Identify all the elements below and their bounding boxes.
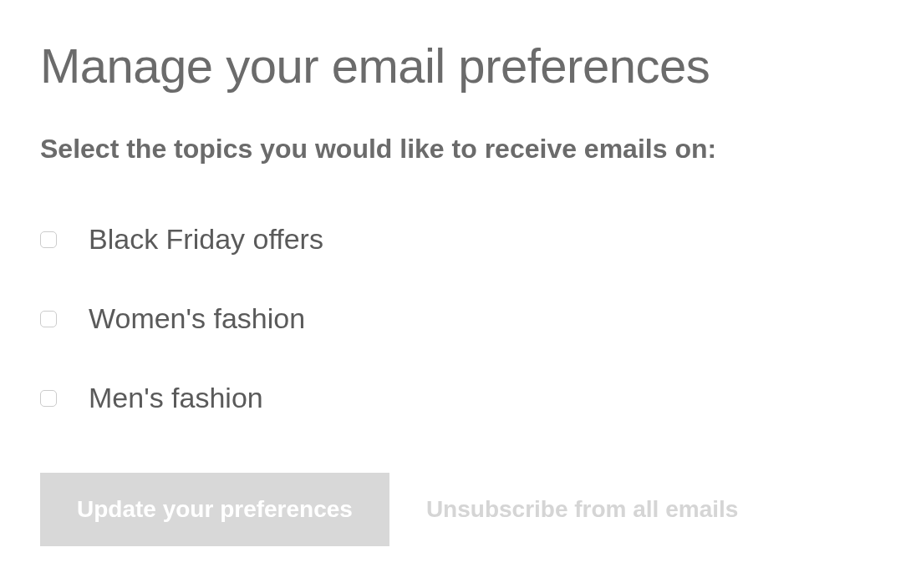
actions-row: Update your preferences Unsubscribe from…	[40, 473, 876, 546]
topic-item-mens-fashion[interactable]: Men's fashion	[40, 382, 876, 414]
topic-label: Women's fashion	[89, 302, 305, 335]
checkbox-mens-fashion[interactable]	[40, 390, 57, 407]
page-title: Manage your email preferences	[40, 38, 876, 94]
checkbox-womens-fashion[interactable]	[40, 311, 57, 327]
topic-item-womens-fashion[interactable]: Women's fashion	[40, 302, 876, 335]
update-preferences-button[interactable]: Update your preferences	[40, 473, 389, 546]
unsubscribe-all-button[interactable]: Unsubscribe from all emails	[426, 496, 738, 523]
topics-list: Black Friday offers Women's fashion Men'…	[40, 223, 876, 414]
topic-label: Men's fashion	[89, 382, 263, 414]
topic-item-black-friday[interactable]: Black Friday offers	[40, 223, 876, 256]
topic-label: Black Friday offers	[89, 223, 323, 256]
checkbox-black-friday[interactable]	[40, 231, 57, 248]
topics-subtitle: Select the topics you would like to rece…	[40, 134, 876, 165]
